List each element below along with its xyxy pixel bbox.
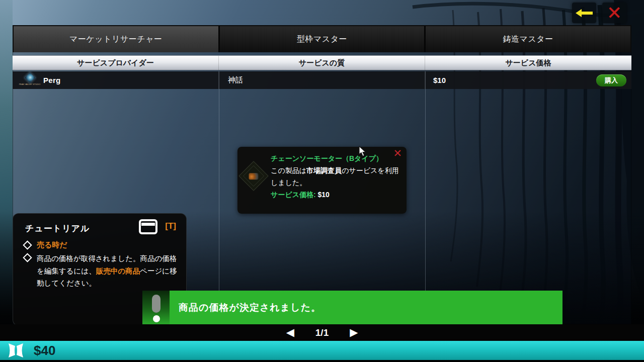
close-button[interactable]: ✕ (602, 3, 626, 23)
price-value: $10 (433, 76, 446, 84)
tutorial-title: チュートリアル (25, 223, 90, 234)
price-cell: $10 購入 (425, 71, 631, 89)
logo-gem-icon (24, 71, 36, 83)
diamond-bullet-icon (23, 240, 32, 249)
tab-market-researcher[interactable]: マーケットリサーチャー (14, 26, 220, 52)
tutorial-body: 商品の価格が取得されました。商品の価格を編集するには、販売中の商品ページに移動し… (37, 252, 179, 290)
tooltip-desc-bold: 市場調査員 (306, 166, 342, 174)
quality-value: 神話 (228, 75, 243, 85)
pagination-bar: ◀ 1/1 ▶ (0, 324, 644, 341)
back-arrow-icon (576, 9, 593, 17)
tooltip-body: チェーンソーモーター（Bタイプ） この製品は市場調査員のサービスを利用しました。… (271, 147, 407, 214)
chainsaw-motor-image (249, 173, 259, 179)
prev-page-icon[interactable]: ◀ (286, 327, 294, 338)
provider-cell: PEAK VALLEY STUDIO Perg (13, 71, 219, 89)
tooltip-price-line: サービス価格: $10 (271, 189, 399, 201)
notification-banner: 商品の価格が決定されました。 (142, 291, 562, 324)
exclamation-stem (152, 295, 160, 313)
tooltip-price-value: $10 (318, 191, 330, 199)
column-service-price: サービス価格 (425, 56, 631, 70)
buy-button[interactable]: 購入 (596, 74, 626, 86)
product-diamond-icon (238, 161, 268, 191)
column-service-provider: サービスプロバイダー (13, 56, 219, 70)
window-icon-bar (141, 223, 155, 226)
column-service-quality: サービスの質 (219, 56, 425, 70)
tab-label: マーケットリサーチャー (69, 34, 163, 45)
tutorial-heading: 売る時だ (37, 240, 67, 250)
provider-logo-icon: PEAK VALLEY STUDIO (23, 73, 37, 87)
quality-cell: 神話 (219, 71, 425, 89)
tooltip-description: この製品は市場調査員のサービスを利用しました。 (271, 164, 399, 189)
provider-name: Perg (43, 76, 61, 84)
column-divider (219, 71, 219, 324)
tab-casting-master[interactable]: 鋳造マスター (426, 26, 630, 52)
tab-label: 鋳造マスター (503, 34, 553, 45)
exclamation-dot (153, 315, 160, 322)
tooltip-price-label: サービス価格: (271, 191, 316, 199)
close-icon: ✕ (607, 4, 622, 22)
balance-amount: $40 (34, 343, 55, 358)
game-logo-icon (8, 343, 24, 357)
table-row[interactable]: PEAK VALLEY STUDIO Perg 神話 $10 購入 (13, 71, 631, 89)
tab-label: 型枠マスター (297, 34, 347, 45)
column-divider (425, 71, 426, 324)
exclamation-icon (142, 291, 170, 324)
tutorial-key-hint: [T] (165, 221, 176, 231)
product-icon-wrap (237, 147, 271, 214)
diamond-bullet-icon (23, 253, 32, 262)
tooltip-title: チェーンソーモーター（Bタイプ） (271, 152, 397, 164)
product-diamond-inner (243, 165, 264, 187)
product-tooltip: チェーンソーモーター（Bタイプ） この製品は市場調査員のサービスを利用しました。… (237, 147, 407, 214)
tooltip-desc-part1: この製品は (271, 166, 306, 174)
notification-message: 商品の価格が決定されました。 (179, 301, 321, 314)
tutorial-window-icon[interactable] (139, 219, 157, 234)
page-indicator: 1/1 (315, 327, 329, 338)
game-screen: ✕ マーケットリサーチャー 型枠マスター 鋳造マスター サービスプロバイダー サ… (0, 0, 644, 362)
back-button[interactable] (572, 3, 596, 23)
next-page-icon[interactable]: ▶ (350, 327, 358, 338)
service-tabs: マーケットリサーチャー 型枠マスター 鋳造マスター (13, 25, 631, 52)
bottom-edge (0, 360, 644, 362)
tutorial-products-link[interactable]: 販売中の商品 (96, 267, 140, 275)
tooltip-close-icon[interactable]: ✕ (393, 148, 402, 159)
tab-mold-master[interactable]: 型枠マスター (220, 26, 426, 52)
table-header: サービスプロバイダー サービスの質 サービス価格 (13, 55, 631, 70)
money-bar: $40 (0, 341, 644, 360)
